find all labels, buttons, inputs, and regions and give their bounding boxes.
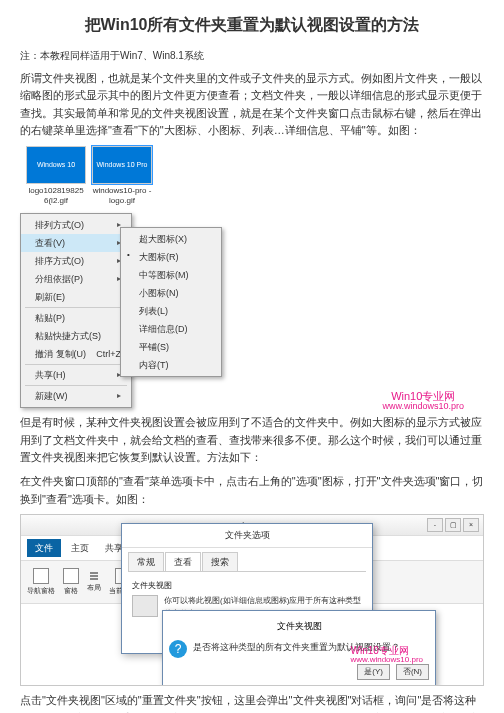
smi-tiles[interactable]: 平铺(S) [121, 338, 221, 356]
smi-large[interactable]: 大图标(R) [121, 248, 221, 266]
paragraph-4: 点击"文件夹视图"区域的"重置文件夹"按钮，这里会弹出"文件夹视图"对话框，询问… [20, 692, 484, 713]
mi-paste-shortcut[interactable]: 粘贴快捷方式(S) [21, 327, 131, 345]
smi-details[interactable]: 详细信息(D) [121, 320, 221, 338]
paragraph-3: 在文件夹窗口顶部的"查看"菜单选项卡中，点击右上角的"选项"图标，打开"文件夹选… [20, 473, 484, 508]
ribbon-file[interactable]: 文件 [27, 539, 61, 557]
confirm-yes-button[interactable]: 是(Y) [357, 664, 390, 681]
question-icon: ? [169, 640, 187, 658]
mi-undo[interactable]: 撤消 复制(U)Ctrl+Z [21, 345, 131, 363]
context-menu: 排列方式(O)▸ 查看(V)▸ 排序方式(O)▸ 分组依据(P)▸ 刷新(E) … [20, 213, 132, 408]
folder-options-dialog: 文件夹选项 常规 查看 搜索 文件夹视图 你可以将此视图(如详细信息或图标)应用… [121, 523, 373, 654]
mi-view[interactable]: 查看(V)▸ [21, 234, 131, 252]
mi-share[interactable]: 共享(H)▸ [21, 366, 131, 384]
mi-arrange[interactable]: 排列方式(O)▸ [21, 216, 131, 234]
mi-new[interactable]: 新建(W)▸ [21, 387, 131, 405]
confirm-no-button[interactable]: 否(N) [396, 664, 429, 681]
smi-extra-large[interactable]: 超大图标(X) [121, 230, 221, 248]
smi-medium[interactable]: 中等图标(M) [121, 266, 221, 284]
close-button[interactable]: × [463, 518, 479, 532]
context-submenu-view: 超大图标(X) 大图标(R) 中等图标(M) 小图标(N) 列表(L) 详细信息… [120, 227, 222, 377]
folder-icon [132, 595, 158, 617]
max-button[interactable]: ▢ [445, 518, 461, 532]
smi-list[interactable]: 列表(L) [121, 302, 221, 320]
smi-small[interactable]: 小图标(N) [121, 284, 221, 302]
paragraph-1: 所谓文件夹视图，也就是某个文件夹里的文件或子文件夹的显示方式。例如图片文件夹，一… [20, 70, 484, 140]
dlg-tab-search[interactable]: 搜索 [202, 552, 238, 571]
confirm-title[interactable]: 文件夹视图 [169, 617, 429, 635]
ribbon-tab-home[interactable]: 主页 [65, 539, 95, 557]
smi-content[interactable]: 内容(T) [121, 356, 221, 374]
mi-sort[interactable]: 排序方式(O)▸ [21, 252, 131, 270]
mi-paste[interactable]: 粘贴(P) [21, 309, 131, 327]
tool-navpane[interactable]: 导航窗格 [27, 568, 55, 596]
dialog-title[interactable]: 文件夹选项 [122, 524, 372, 547]
section-label-folderview: 文件夹视图 [132, 580, 362, 593]
paragraph-2: 但是有时候，某种文件夹视图设置会被应用到了不适合的文件夹中。例如大图标的显示方式… [20, 414, 484, 467]
page-title: 把Win10所有文件夹重置为默认视图设置的方法 [20, 12, 484, 38]
min-button[interactable]: - [427, 518, 443, 532]
mi-refresh[interactable]: 刷新(E) [21, 288, 131, 306]
file-thumb-1[interactable]: Windows 10 logo102819825 6(l2.gif [26, 146, 86, 205]
tool-panes[interactable]: 窗格 [63, 568, 79, 596]
dlg-tab-general[interactable]: 常规 [128, 552, 164, 571]
dlg-tab-view[interactable]: 查看 [165, 552, 201, 571]
screenshot-context-menu: Windows 10 logo102819825 6(l2.gif Window… [20, 146, 484, 408]
mi-group[interactable]: 分组依据(P)▸ [21, 270, 131, 288]
watermark-1: Win10专业网 www.windows10.pro [382, 390, 464, 412]
note-intro: 注：本教程同样适用于Win7、Win8.1系统 [20, 48, 484, 64]
file-thumb-2[interactable]: Windows 10 Pro windows10-pro -logo.gif [92, 146, 152, 205]
screenshot-folder-options: temp - ▢ × 文件 主页 共享 查看 导航窗格 窗格 布局 当前视图 显… [20, 514, 484, 686]
tool-layout[interactable]: 布局 [87, 572, 101, 593]
watermark-2: Win10专业网 www.windows10.pro [351, 645, 423, 665]
